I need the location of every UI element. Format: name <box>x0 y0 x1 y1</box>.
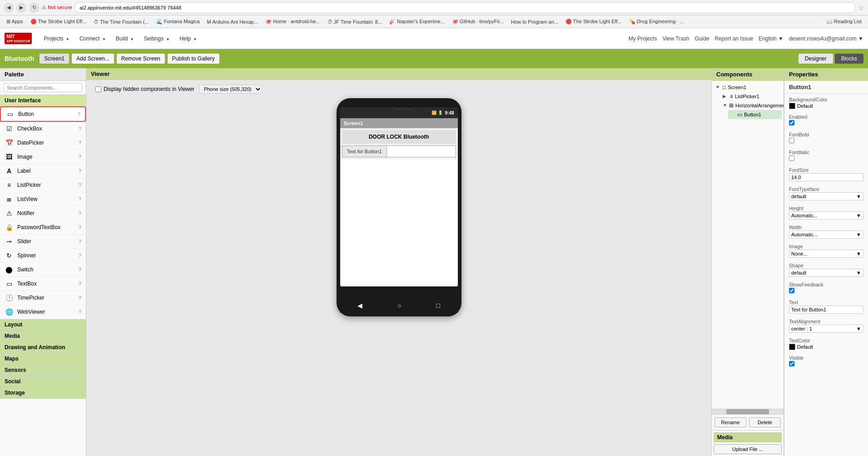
bookmark-11[interactable]: 💊 Drug Engineering · ... <box>626 18 687 25</box>
palette-drawing-category[interactable]: Drawing and Animation <box>0 342 86 353</box>
palette-item-spinner[interactable]: ↻ Spinner ? <box>0 249 86 263</box>
palette-image-help[interactable]: ? <box>79 154 81 160</box>
palette-item-label[interactable]: A Label ? <box>0 164 86 178</box>
palette-textbox-help[interactable]: ? <box>79 281 81 286</box>
palette-switch-help[interactable]: ? <box>79 267 81 272</box>
remove-screen-button[interactable]: Remove Screen <box>117 54 165 64</box>
guide-link[interactable]: Guide <box>695 35 709 42</box>
designer-mode-button[interactable]: Designer <box>799 54 833 64</box>
nav-connect[interactable]: Connect ▼ <box>75 34 110 44</box>
tree-toggle-horizontal1[interactable]: ▼ <box>723 103 727 108</box>
bookmark-8[interactable]: 🐙 GitHub · tino/pyFir... <box>449 18 506 25</box>
tree-item-button1[interactable]: ▭ Button1 <box>728 110 782 119</box>
prop-fontsize-input[interactable] <box>789 173 863 181</box>
palette-layout-category[interactable]: Layout <box>0 319 86 331</box>
palette-passwordtextbox-help[interactable]: ? <box>79 225 81 230</box>
palette-item-webviewer[interactable]: 🌐 WebViewer ? <box>0 305 86 319</box>
prop-enabled-checkbox[interactable] <box>789 120 794 125</box>
bookmark-star[interactable]: ☆ <box>858 4 864 11</box>
bookmark-4[interactable]: M Arduino Ant Hexap... <box>204 18 261 25</box>
prop-image-dropdown[interactable]: None... ▼ <box>789 250 863 258</box>
palette-label-help[interactable]: ? <box>79 168 81 174</box>
palette-item-checkbox[interactable]: ☑ CheckBox ? <box>0 122 86 136</box>
palette-user-interface-section[interactable]: User Interface <box>0 95 86 106</box>
bookmark-apps[interactable]: ⊞ Apps <box>4 18 26 25</box>
back-button[interactable]: ◀ <box>4 3 14 13</box>
address-bar[interactable] <box>74 2 856 13</box>
nav-build[interactable]: Build ▼ <box>111 34 139 44</box>
palette-webviewer-help[interactable]: ? <box>79 309 81 315</box>
user-account[interactable]: desent.roses4u@gmail.com ▼ <box>789 35 863 42</box>
palette-item-listview[interactable]: ≣ ListView ? <box>0 192 86 206</box>
prop-showfeedback-checkbox[interactable] <box>789 288 794 293</box>
tree-item-screen1[interactable]: ▼ □ Screen1 <box>714 83 782 92</box>
my-projects-link[interactable]: My Projects <box>629 35 657 42</box>
bookmark-9[interactable]: How to Program an... <box>508 18 561 25</box>
delete-button[interactable]: Delete <box>749 417 781 427</box>
bookmark-10[interactable]: 🔴 The Strobe Light Eff... <box>563 18 625 25</box>
palette-item-notifier[interactable]: ⚠ Notifier ? <box>0 206 86 220</box>
components-scrollbar[interactable] <box>712 409 784 414</box>
prop-fontitalic-checkbox[interactable] <box>789 155 794 161</box>
nav-projects[interactable]: Projects ▼ <box>39 34 74 44</box>
palette-item-timepicker[interactable]: 🕐 TimePicker ? <box>0 291 86 305</box>
prop-shape-dropdown[interactable]: default ▼ <box>789 269 863 277</box>
reading-list[interactable]: 📖 Reading List <box>823 18 864 25</box>
palette-item-switch[interactable]: ⬤ Switch ? <box>0 263 86 277</box>
upload-file-button[interactable]: Upload File ... <box>714 444 782 454</box>
bookmark-3[interactable]: 🌊 Fontana Magica <box>154 18 203 25</box>
view-trash-link[interactable]: View Trash <box>662 35 689 42</box>
palette-search-input[interactable] <box>4 83 82 92</box>
palette-item-passwordtextbox[interactable]: 🔒 PasswordTextBox ? <box>0 220 86 235</box>
screen-button[interactable]: Text for Button1 <box>342 146 387 157</box>
prop-textcolor-value[interactable]: Default <box>789 344 863 350</box>
prop-width-dropdown[interactable]: Automatic... ▼ <box>789 231 863 239</box>
tree-toggle-screen1[interactable]: ▼ <box>715 85 721 90</box>
prop-visible-checkbox[interactable] <box>789 361 794 366</box>
tree-item-listpicker1[interactable]: ▶ ≡ ListPicker1 <box>721 92 782 101</box>
prop-height-dropdown[interactable]: Automatic... ▼ <box>789 211 863 220</box>
palette-storage-category[interactable]: Storage <box>0 387 86 399</box>
report-issue-link[interactable]: Report an Issue <box>715 35 754 42</box>
palette-item-textbox[interactable]: ▭ TextBox ? <box>0 277 86 291</box>
tree-item-horizontal1[interactable]: ▼ ⊞ HorizontalArrangement1 <box>721 101 782 110</box>
palette-item-button[interactable]: ▭ Button ? <box>0 106 86 122</box>
bookmark-5[interactable]: 🐙 Home · antdroid-he... <box>263 18 322 25</box>
nav-help[interactable]: Help ▼ <box>175 34 201 44</box>
bookmark-7[interactable]: 🎸 Napster's Experime... <box>387 18 447 25</box>
palette-button-help[interactable]: ? <box>78 111 80 117</box>
rename-button[interactable]: Rename <box>714 417 746 427</box>
palette-item-image[interactable]: 🖼 Image ? <box>0 150 86 164</box>
prop-fonttypeface-dropdown[interactable]: default ▼ <box>789 192 863 200</box>
palette-slider-help[interactable]: ? <box>79 239 81 244</box>
palette-media-category[interactable]: Media <box>0 331 86 342</box>
tree-toggle-listpicker1[interactable]: ▶ <box>723 94 728 99</box>
palette-social-category[interactable]: Social <box>0 376 86 387</box>
palette-spinner-help[interactable]: ? <box>79 253 81 258</box>
phone-size-select[interactable]: Phone size (505,320) <box>199 85 262 94</box>
prop-textalignment-dropdown[interactable]: center : 1 ▼ <box>789 325 863 333</box>
palette-timepicker-help[interactable]: ? <box>79 295 81 301</box>
prop-text-input[interactable] <box>789 306 863 314</box>
palette-item-slider[interactable]: ⊸ Slider ? <box>0 235 86 249</box>
bookmark-2[interactable]: ⏱ The Time Fountain (... <box>91 18 151 25</box>
refresh-button[interactable]: ↻ <box>29 3 39 13</box>
palette-datepicker-help[interactable]: ? <box>79 140 81 145</box>
palette-item-datepicker[interactable]: 📅 DatePicker ? <box>0 136 86 150</box>
palette-listview-help[interactable]: ? <box>79 196 81 202</box>
bookmark-6[interactable]: ⏱ JF Time Fountain: 8... <box>325 18 385 25</box>
tree-toggle-button1[interactable] <box>730 112 735 117</box>
add-screen-button[interactable]: Add Screen... <box>72 54 114 64</box>
bookmark-1[interactable]: 🔴 The Strobe Light Eff... <box>28 18 89 25</box>
show-hidden-checkbox[interactable] <box>95 86 101 92</box>
palette-checkbox-help[interactable]: ? <box>79 126 81 131</box>
prop-background-color-value[interactable]: Default <box>789 103 863 109</box>
palette-notifier-help[interactable]: ? <box>79 210 81 216</box>
blocks-mode-button[interactable]: Blocks <box>835 54 863 64</box>
palette-maps-category[interactable]: Maps <box>0 353 86 365</box>
screen-selector[interactable]: Screen1 <box>40 54 69 64</box>
forward-button[interactable]: ▶ <box>16 3 26 13</box>
palette-sensors-category[interactable]: Sensors <box>0 365 86 376</box>
palette-item-listpicker[interactable]: ≡ ListPicker ? <box>0 178 86 192</box>
nav-settings[interactable]: Settings ▼ <box>139 34 174 44</box>
